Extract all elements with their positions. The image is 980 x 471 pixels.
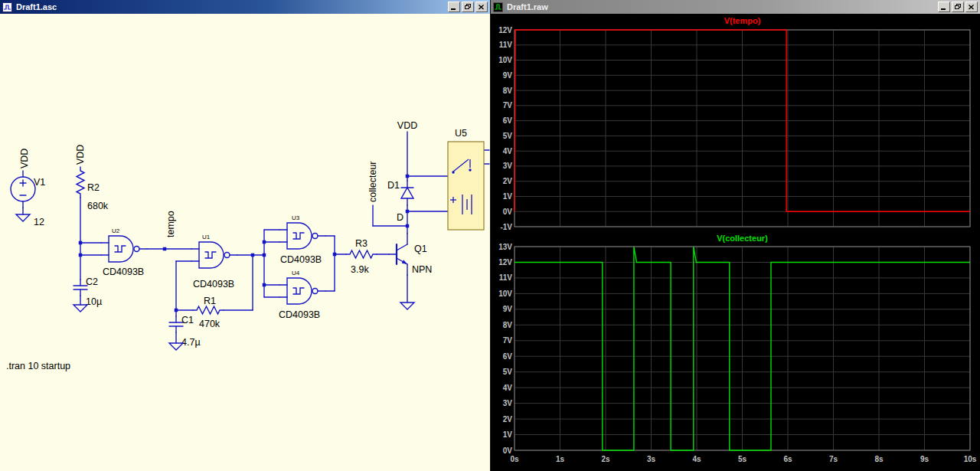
x-tick-label: 7s xyxy=(829,455,838,463)
u1-value: CD4093B xyxy=(193,279,234,289)
close-button[interactable] xyxy=(475,2,488,12)
wave-pane-2: 13V12V11V10V9V8V7V6V5V4V3V2V1V0VV(collec… xyxy=(498,234,970,455)
resistor-r3[interactable]: R3 3.9k xyxy=(346,238,377,275)
waveform-plot[interactable]: 12V11V10V9V8V7V6V5V4V3V2V1V0V-1VV(tempo)… xyxy=(491,14,980,471)
q1-value: NPN xyxy=(412,264,432,275)
minimize-button[interactable] xyxy=(938,2,950,12)
voltage-source-v1[interactable]: V1 12 xyxy=(11,171,45,227)
u5-ref: U5 xyxy=(455,128,467,139)
schematic-canvas[interactable]: V1 12 VDD R2 680k VDD C2 10µ xyxy=(0,14,490,471)
r1-ref: R1 xyxy=(204,296,216,306)
u1-ref: U1 xyxy=(202,234,211,240)
diode-d1[interactable]: D1 D xyxy=(387,180,413,223)
restore-button[interactable] xyxy=(462,2,474,12)
y-tick-label: 2V xyxy=(503,415,513,424)
u3-ref: U3 xyxy=(292,214,300,221)
restore-button[interactable] xyxy=(952,2,964,12)
y-tick-label: 4V xyxy=(503,147,513,155)
u2-ref: U2 xyxy=(112,227,120,234)
y-tick-label: 12V xyxy=(498,258,512,267)
y-tick-label: 7V xyxy=(503,336,513,345)
y-tick-label: 6V xyxy=(503,352,513,361)
x-tick-label: 6s xyxy=(783,455,792,463)
r3-ref: R3 xyxy=(355,238,368,249)
waveform-viewer: 12V11V10V9V8V7V6V5V4V3V2V1V0V-1VV(tempo)… xyxy=(491,14,980,471)
ground-icon[interactable] xyxy=(16,214,30,221)
r2-ref: R2 xyxy=(87,182,100,193)
x-tick-label: 8s xyxy=(874,455,884,463)
wires xyxy=(23,132,489,343)
x-tick-label: 9s xyxy=(920,455,929,463)
r3-value: 3.9k xyxy=(351,264,369,275)
net-label-collecteur[interactable]: collecteur xyxy=(368,162,378,203)
q1-ref: Q1 xyxy=(414,244,427,254)
u4-ref: U4 xyxy=(292,270,300,276)
vdd-flag[interactable]: VDD xyxy=(19,149,30,168)
waveform-titlebar[interactable]: Draft1.raw xyxy=(491,0,980,14)
y-tick-label: 2V xyxy=(503,177,513,185)
waveform-window: Draft1.raw 12V11V10V9V8V7V6V5V4V3V2V1V0V… xyxy=(491,0,980,471)
u3-value: CD4093B xyxy=(280,254,322,265)
waveform-window-icon[interactable] xyxy=(492,2,503,12)
resistor-r1[interactable]: R1 470k xyxy=(193,296,224,329)
minimize-button[interactable] xyxy=(448,2,460,12)
y-tick-label: 3V xyxy=(503,399,513,407)
schematic-window-title: Draft1.asc xyxy=(15,2,446,11)
close-button[interactable] xyxy=(965,2,978,12)
waveform-window-title: Draft1.raw xyxy=(505,2,936,11)
y-tick-label: 0V xyxy=(503,446,513,455)
x-tick-label: 4s xyxy=(692,455,701,463)
nand-gate-u4[interactable]: U4 CD4093B xyxy=(279,270,325,320)
vdd-flag[interactable]: VDD xyxy=(75,145,86,165)
schematic-window: Draft1.asc xyxy=(0,0,491,471)
schematic-titlebar[interactable]: Draft1.asc xyxy=(0,0,490,14)
y-tick-label: 7V xyxy=(503,101,513,110)
y-tick-label: 10V xyxy=(498,56,512,64)
x-tick-label: 10s xyxy=(964,455,977,463)
resistor-r2[interactable]: R2 680k xyxy=(77,167,109,211)
r1-value: 470k xyxy=(199,319,220,329)
trace-title[interactable]: V(tempo) xyxy=(724,16,761,25)
y-tick-label: 10V xyxy=(498,289,512,298)
trace-title[interactable]: V(collecteur) xyxy=(717,234,768,243)
transistor-q1[interactable]: Q1 NPN xyxy=(389,234,432,275)
x-tick-label: 1s xyxy=(556,455,565,463)
y-tick-label: -1V xyxy=(500,223,512,231)
c1-ref: C1 xyxy=(181,315,194,325)
nand-gate-u3[interactable]: U3 CD4093B xyxy=(279,214,325,265)
y-tick-label: 11V xyxy=(499,41,513,49)
y-tick-label: 9V xyxy=(503,305,513,313)
y-tick-label: 1V xyxy=(503,430,513,439)
d1-value: D xyxy=(397,212,403,223)
y-tick-label: 3V xyxy=(503,162,513,170)
vdd-flag[interactable]: VDD xyxy=(397,120,417,131)
nand-gate-u2[interactable]: U2 CD4093B xyxy=(101,227,147,277)
net-label-tempo[interactable]: tempo xyxy=(165,211,176,237)
x-tick-label: 5s xyxy=(738,455,747,463)
spice-directive[interactable]: .tran 10 startup xyxy=(6,361,70,371)
y-tick-label: 9V xyxy=(503,71,513,80)
y-tick-label: 0V xyxy=(503,208,513,216)
y-tick-label: 8V xyxy=(503,87,513,95)
c2-value: 10µ xyxy=(86,296,102,307)
x-tick-label: 0s xyxy=(510,455,519,463)
relay-u5[interactable]: U5 xyxy=(448,128,484,230)
y-tick-label: 13V xyxy=(498,243,512,251)
r2-value: 680k xyxy=(87,201,109,211)
capacitor-c2[interactable]: C2 10µ xyxy=(74,276,102,307)
y-tick-label: 4V xyxy=(503,384,513,392)
wave-pane-1: 12V11V10V9V8V7V6V5V4V3V2V1V0V-1VV(tempo) xyxy=(498,16,970,231)
y-tick-label: 5V xyxy=(503,368,513,376)
y-tick-label: 5V xyxy=(503,132,513,140)
v1-value: 12 xyxy=(34,217,44,227)
y-tick-label: 12V xyxy=(498,26,512,34)
x-tick-label: 2s xyxy=(601,455,610,463)
y-tick-label: 1V xyxy=(503,192,513,201)
schematic-window-icon[interactable] xyxy=(2,2,12,12)
ltspice-workspace: Draft1.asc xyxy=(0,0,980,471)
y-tick-label: 11V xyxy=(499,273,513,282)
u2-value: CD4093B xyxy=(103,267,144,277)
y-tick-label: 8V xyxy=(503,321,513,329)
ground-icon[interactable] xyxy=(400,303,414,309)
nand-gate-u1[interactable]: U1 CD4093B xyxy=(191,234,237,289)
